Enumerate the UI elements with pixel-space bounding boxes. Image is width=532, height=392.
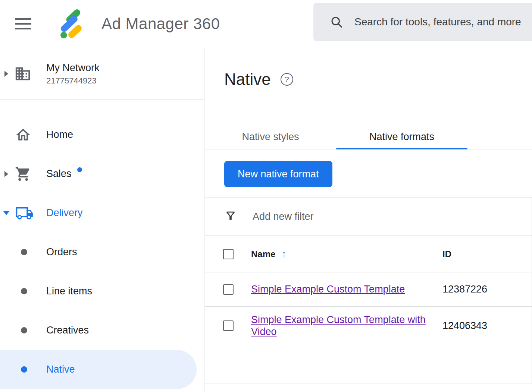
native-format-id: 12406343 (442, 320, 532, 332)
column-header-name[interactable]: Name (251, 249, 275, 259)
collapse-arrow-icon[interactable] (3, 211, 9, 215)
filter-placeholder: Add new filter (253, 211, 314, 222)
row-checkbox[interactable] (223, 320, 234, 331)
sidebar-item-creatives[interactable]: Creatives (0, 311, 204, 350)
cart-icon (15, 166, 31, 182)
sidebar-nav: Home Sales Delivery Orders (0, 115, 204, 389)
sidebar: My Network 21775744923 Home Sales (0, 48, 204, 392)
select-all-checkbox[interactable] (223, 249, 234, 259)
sidebar-item-label: Delivery (46, 207, 83, 219)
new-native-format-button[interactable]: New native format (224, 161, 332, 187)
building-icon (14, 65, 31, 82)
home-icon (15, 127, 31, 143)
row-checkbox[interactable] (223, 284, 234, 295)
native-format-id: 12387226 (442, 284, 532, 295)
column-header-id[interactable]: ID (442, 249, 451, 259)
search-icon (330, 15, 343, 29)
filter-icon (224, 209, 237, 224)
main-content: Native ? Native styles Native formats Ne… (205, 48, 532, 392)
sidebar-item-delivery[interactable]: Delivery (0, 193, 204, 233)
sidebar-item-label: Creatives (46, 325, 89, 336)
sidebar-item-home[interactable]: Home (0, 115, 204, 154)
bullet-icon (21, 366, 27, 373)
app-title: Ad Manager 360 (101, 15, 220, 33)
table-empty-row (205, 345, 532, 383)
expand-arrow-icon[interactable] (4, 171, 8, 177)
menu-icon[interactable] (15, 18, 31, 29)
expand-arrow-icon[interactable] (4, 71, 8, 77)
page-header: Native ? (224, 70, 532, 89)
native-formats-table: Name ↑ ID Simple Example Custom Template… (205, 235, 532, 383)
truck-icon (15, 204, 34, 222)
sidebar-item-label: Native (46, 364, 75, 375)
tab-native-styles[interactable]: Native styles (205, 125, 336, 149)
network-selector[interactable]: My Network 21775744923 (0, 48, 204, 100)
network-name: My Network (46, 62, 100, 74)
bullet-icon (21, 249, 27, 255)
native-format-link[interactable]: Simple Example Custom Template with Vide… (251, 314, 428, 338)
native-format-link[interactable]: Simple Example Custom Template (251, 283, 405, 295)
sidebar-item-label: Sales (46, 168, 72, 180)
sidebar-item-label: Line items (46, 285, 92, 297)
tab-native-formats[interactable]: Native formats (336, 125, 467, 149)
sidebar-item-sales[interactable]: Sales (0, 154, 204, 193)
filter-bar[interactable]: Add new filter (205, 197, 532, 235)
bullet-icon (21, 288, 27, 294)
toolbar: New native format (205, 149, 532, 197)
tab-bar: Native styles Native formats (205, 125, 532, 149)
top-app-bar: Ad Manager 360 Search for tools, feature… (0, 0, 532, 48)
network-info: My Network 21775744923 (46, 62, 100, 86)
table-row: Simple Example Custom Template 12387226 (205, 272, 532, 307)
table-header-row: Name ↑ ID (205, 236, 532, 272)
sidebar-item-native[interactable]: Native (0, 350, 197, 389)
sidebar-item-orders[interactable]: Orders (0, 233, 204, 272)
sidebar-item-line-items[interactable]: Line items (0, 272, 204, 311)
sort-ascending-icon[interactable]: ↑ (281, 248, 287, 260)
network-id: 21775744923 (46, 76, 100, 86)
page-title: Native (224, 70, 271, 89)
table-row: Simple Example Custom Template with Vide… (205, 307, 532, 345)
search-bar[interactable]: Search for tools, features, and more (313, 3, 532, 41)
search-placeholder: Search for tools, features, and more (354, 16, 521, 28)
sidebar-item-label: Home (46, 129, 73, 140)
notification-dot (77, 167, 82, 172)
bullet-icon (21, 327, 27, 333)
sidebar-item-label: Orders (46, 246, 77, 258)
help-icon[interactable]: ? (281, 73, 293, 86)
ad-manager-logo-icon (54, 7, 87, 40)
